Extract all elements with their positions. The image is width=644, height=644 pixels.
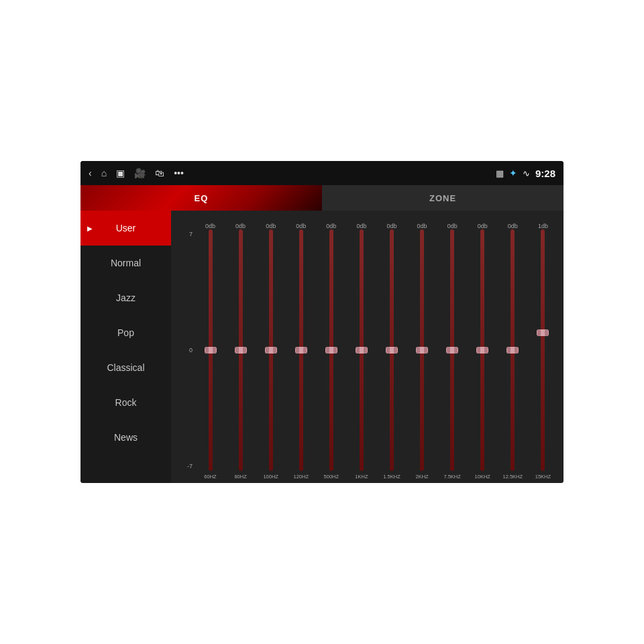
slider-thumb-2[interactable]: [265, 347, 277, 354]
slider-thumb-6[interactable]: [386, 347, 398, 354]
slider-col-80hz: [225, 229, 256, 471]
freq-label-500hz: 500HZ: [316, 474, 346, 480]
db-label-12_5khz: 0db: [498, 223, 528, 229]
slider-thumb-3[interactable]: [295, 347, 307, 354]
slider-thumb-4[interactable]: [325, 347, 337, 354]
freq-label-7_5khz: 7.5KHZ: [437, 474, 468, 480]
slider-col-1_5khz: [376, 229, 407, 471]
wifi-icon: ∿: [523, 168, 530, 178]
slider-track-11[interactable]: [541, 229, 545, 471]
tab-bar: EQ ZONE: [80, 185, 564, 211]
slider-track-7[interactable]: [420, 229, 424, 471]
freq-label-12_5khz: 12.5KHZ: [498, 474, 528, 480]
slider-col-60hz: [195, 229, 225, 471]
freq-label-80hz: 80HZ: [225, 474, 256, 480]
slider-col-15khz: [528, 229, 558, 471]
slider-track-6[interactable]: [390, 229, 394, 471]
db-labels-row: 0db 0db 0db 0db 0db 0db 0db 0db 0db 0db …: [176, 215, 558, 229]
sliders-container: 7 0 -7: [176, 229, 558, 471]
freq-label-100hz: 100HZ: [256, 474, 286, 480]
slider-col-10khz: [468, 229, 498, 471]
freq-label-2khz: 2KHZ: [407, 474, 437, 480]
sidebar: User Normal Jazz Pop Classical Rock News: [80, 211, 171, 483]
slider-thumb-10[interactable]: [506, 347, 519, 354]
slider-track-4[interactable]: [329, 229, 333, 471]
db-label-1_5khz: 0db: [376, 223, 407, 229]
slider-thumb-9[interactable]: [476, 347, 488, 354]
db-label-15khz: 1db: [528, 223, 558, 229]
camera-icon[interactable]: 🎥: [134, 168, 146, 178]
sidebar-item-news[interactable]: News: [80, 420, 171, 455]
cast-icon: ▦: [496, 168, 504, 178]
sidebar-item-classical[interactable]: Classical: [80, 350, 171, 385]
eq-area: 0db 0db 0db 0db 0db 0db 0db 0db 0db 0db …: [171, 211, 564, 483]
slider-col-12_5khz: [498, 229, 528, 471]
slider-col-500hz: [316, 229, 346, 471]
freq-label-1khz: 1KHZ: [346, 474, 376, 480]
slider-col-1khz: [346, 229, 376, 471]
bluetooth-icon: ✦: [509, 168, 517, 178]
db-label-1khz: 0db: [346, 223, 376, 229]
bag-icon[interactable]: 🛍: [155, 168, 164, 178]
main-content: User Normal Jazz Pop Classical Rock News: [80, 211, 564, 483]
tab-eq[interactable]: EQ: [80, 185, 322, 211]
db-label-60hz: 0db: [195, 223, 225, 229]
db-label-2khz: 0db: [407, 223, 437, 229]
y-axis: 7 0 -7: [176, 229, 195, 471]
home-icon[interactable]: ⌂: [101, 168, 107, 178]
status-bar-left: ‹ ⌂ ▣ 🎥 🛍 •••: [89, 168, 184, 178]
sidebar-item-jazz[interactable]: Jazz: [80, 280, 171, 315]
db-label-100hz: 0db: [256, 223, 286, 229]
db-label-10khz: 0db: [468, 223, 498, 229]
slider-track-1[interactable]: [239, 229, 243, 471]
y-label-mid: 0: [189, 347, 193, 354]
status-bar-right: ▦ ✦ ∿ 9:28: [496, 168, 555, 179]
slider-track-9[interactable]: [480, 229, 484, 471]
back-icon[interactable]: ‹: [89, 168, 92, 178]
slider-track-3[interactable]: [299, 229, 303, 471]
sliders-track: [195, 229, 558, 471]
slider-track-0[interactable]: [209, 229, 213, 471]
freq-label-15khz: 15KHZ: [528, 474, 558, 480]
status-bar: ‹ ⌂ ▣ 🎥 🛍 ••• ▦ ✦ ∿ 9:28: [80, 161, 564, 185]
slider-col-120hz: [286, 229, 316, 471]
more-icon[interactable]: •••: [174, 168, 184, 178]
slider-track-8[interactable]: [450, 229, 454, 471]
slider-thumb-11[interactable]: [537, 329, 549, 336]
db-label-120hz: 0db: [286, 223, 316, 229]
freq-label-1_5khz: 1.5KHZ: [376, 474, 407, 480]
tab-zone[interactable]: ZONE: [322, 185, 564, 211]
freq-label-60hz: 60HZ: [195, 474, 225, 480]
sidebar-item-rock[interactable]: Rock: [80, 385, 171, 420]
slider-col-100hz: [256, 229, 286, 471]
slider-col-2khz: [407, 229, 437, 471]
sidebar-item-user[interactable]: User: [80, 211, 171, 246]
slider-thumb-5[interactable]: [356, 347, 368, 354]
slider-track-5[interactable]: [360, 229, 364, 471]
status-time: 9:28: [535, 168, 555, 179]
slider-col-7_5khz: [437, 229, 468, 471]
db-label-7_5khz: 0db: [437, 223, 468, 229]
slider-track-10[interactable]: [511, 229, 515, 471]
freq-label-120hz: 120HZ: [286, 474, 316, 480]
device-frame: ‹ ⌂ ▣ 🎥 🛍 ••• ▦ ✦ ∿ 9:28 EQ ZONE User: [80, 161, 564, 483]
slider-track-2[interactable]: [269, 229, 273, 471]
y-label-bot: -7: [187, 463, 193, 470]
slider-thumb-8[interactable]: [446, 347, 458, 354]
sidebar-item-normal[interactable]: Normal: [80, 246, 171, 280]
freq-label-10khz: 10KHZ: [468, 474, 498, 480]
slider-thumb-1[interactable]: [235, 347, 247, 354]
slider-thumb-7[interactable]: [416, 347, 428, 354]
slider-thumb-0[interactable]: [205, 347, 217, 354]
db-label-80hz: 0db: [225, 223, 256, 229]
sidebar-item-pop[interactable]: Pop: [80, 315, 171, 350]
db-label-500hz: 0db: [316, 223, 346, 229]
recent-apps-icon[interactable]: ▣: [116, 168, 125, 178]
y-label-top: 7: [189, 231, 193, 237]
freq-labels-row: 60HZ 80HZ 100HZ 120HZ 500HZ 1KHZ 1.5KHZ …: [176, 471, 558, 482]
